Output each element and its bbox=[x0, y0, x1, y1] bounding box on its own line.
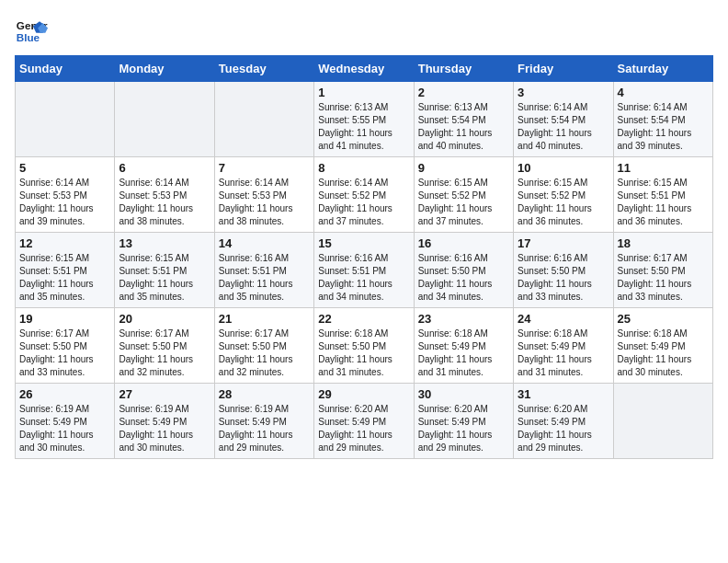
day-number: 10 bbox=[518, 161, 609, 175]
day-info: Sunrise: 6:16 AM Sunset: 5:50 PM Dayligh… bbox=[518, 252, 609, 304]
day-info: Sunrise: 6:20 AM Sunset: 5:49 PM Dayligh… bbox=[318, 403, 409, 454]
day-number: 1 bbox=[318, 86, 409, 99]
day-info: Sunrise: 6:15 AM Sunset: 5:51 PM Dayligh… bbox=[618, 177, 709, 228]
day-number: 11 bbox=[618, 161, 709, 175]
day-number: 18 bbox=[618, 236, 709, 250]
calendar-cell: 7Sunrise: 6:14 AM Sunset: 5:53 PM Daylig… bbox=[214, 157, 313, 233]
day-info: Sunrise: 6:14 AM Sunset: 5:53 PM Dayligh… bbox=[219, 177, 310, 228]
day-info: Sunrise: 6:14 AM Sunset: 5:52 PM Dayligh… bbox=[318, 177, 409, 228]
calendar-cell: 2Sunrise: 6:13 AM Sunset: 5:54 PM Daylig… bbox=[414, 82, 513, 157]
calendar-cell: 29Sunrise: 6:20 AM Sunset: 5:49 PM Dayli… bbox=[314, 384, 414, 459]
day-info: Sunrise: 6:15 AM Sunset: 5:52 PM Dayligh… bbox=[518, 177, 609, 228]
day-info: Sunrise: 6:20 AM Sunset: 5:49 PM Dayligh… bbox=[518, 403, 609, 454]
calendar-cell: 26Sunrise: 6:19 AM Sunset: 5:49 PM Dayli… bbox=[16, 384, 115, 459]
day-number: 26 bbox=[19, 387, 110, 401]
calendar-cell: 25Sunrise: 6:18 AM Sunset: 5:49 PM Dayli… bbox=[613, 308, 712, 384]
calendar-cell bbox=[16, 82, 115, 157]
calendar-week-row: 19Sunrise: 6:17 AM Sunset: 5:50 PM Dayli… bbox=[16, 308, 713, 384]
day-info: Sunrise: 6:14 AM Sunset: 5:54 PM Dayligh… bbox=[518, 101, 609, 153]
day-number: 22 bbox=[318, 312, 409, 326]
calendar-cell: 16Sunrise: 6:16 AM Sunset: 5:50 PM Dayli… bbox=[414, 233, 513, 308]
logo: General Blue bbox=[15, 15, 48, 48]
day-number: 31 bbox=[518, 387, 609, 401]
day-number: 2 bbox=[418, 86, 509, 99]
calendar-cell bbox=[613, 384, 712, 459]
weekday-header: Wednesday bbox=[314, 56, 414, 82]
calendar-cell: 1Sunrise: 6:13 AM Sunset: 5:55 PM Daylig… bbox=[314, 82, 414, 157]
day-number: 15 bbox=[318, 236, 409, 250]
calendar-cell: 30Sunrise: 6:20 AM Sunset: 5:49 PM Dayli… bbox=[414, 384, 513, 459]
day-number: 27 bbox=[119, 387, 210, 401]
calendar-cell: 21Sunrise: 6:17 AM Sunset: 5:50 PM Dayli… bbox=[214, 308, 313, 384]
calendar-cell: 27Sunrise: 6:19 AM Sunset: 5:49 PM Dayli… bbox=[115, 384, 214, 459]
day-info: Sunrise: 6:18 AM Sunset: 5:50 PM Dayligh… bbox=[318, 327, 409, 379]
day-number: 25 bbox=[618, 312, 709, 326]
weekday-header: Monday bbox=[115, 56, 214, 82]
day-info: Sunrise: 6:15 AM Sunset: 5:51 PM Dayligh… bbox=[19, 252, 110, 304]
calendar-cell: 18Sunrise: 6:17 AM Sunset: 5:50 PM Dayli… bbox=[613, 233, 712, 308]
day-info: Sunrise: 6:14 AM Sunset: 5:54 PM Dayligh… bbox=[618, 101, 709, 153]
day-number: 12 bbox=[19, 236, 110, 250]
day-number: 13 bbox=[119, 236, 210, 250]
day-number: 24 bbox=[518, 312, 609, 326]
calendar-header: SundayMondayTuesdayWednesdayThursdayFrid… bbox=[16, 56, 713, 82]
day-number: 23 bbox=[418, 312, 509, 326]
day-info: Sunrise: 6:15 AM Sunset: 5:51 PM Dayligh… bbox=[119, 252, 210, 304]
calendar-cell: 4Sunrise: 6:14 AM Sunset: 5:54 PM Daylig… bbox=[613, 82, 712, 157]
calendar-cell bbox=[214, 82, 313, 157]
day-number: 14 bbox=[219, 236, 310, 250]
day-number: 20 bbox=[119, 312, 210, 326]
day-info: Sunrise: 6:19 AM Sunset: 5:49 PM Dayligh… bbox=[119, 403, 210, 454]
day-info: Sunrise: 6:15 AM Sunset: 5:52 PM Dayligh… bbox=[418, 177, 509, 228]
day-info: Sunrise: 6:16 AM Sunset: 5:51 PM Dayligh… bbox=[219, 252, 310, 304]
day-info: Sunrise: 6:18 AM Sunset: 5:49 PM Dayligh… bbox=[518, 327, 609, 379]
day-number: 3 bbox=[518, 86, 609, 99]
calendar-cell: 22Sunrise: 6:18 AM Sunset: 5:50 PM Dayli… bbox=[314, 308, 414, 384]
calendar-cell: 11Sunrise: 6:15 AM Sunset: 5:51 PM Dayli… bbox=[613, 157, 712, 233]
calendar-cell: 14Sunrise: 6:16 AM Sunset: 5:51 PM Dayli… bbox=[214, 233, 313, 308]
calendar-table: SundayMondayTuesdayWednesdayThursdayFrid… bbox=[15, 55, 713, 459]
day-info: Sunrise: 6:13 AM Sunset: 5:55 PM Dayligh… bbox=[318, 101, 409, 153]
day-number: 5 bbox=[19, 161, 110, 175]
day-number: 19 bbox=[19, 312, 110, 326]
day-info: Sunrise: 6:17 AM Sunset: 5:50 PM Dayligh… bbox=[618, 252, 709, 304]
calendar-cell: 13Sunrise: 6:15 AM Sunset: 5:51 PM Dayli… bbox=[115, 233, 214, 308]
day-info: Sunrise: 6:16 AM Sunset: 5:51 PM Dayligh… bbox=[318, 252, 409, 304]
day-info: Sunrise: 6:17 AM Sunset: 5:50 PM Dayligh… bbox=[19, 327, 110, 379]
calendar-cell: 5Sunrise: 6:14 AM Sunset: 5:53 PM Daylig… bbox=[16, 157, 115, 233]
logo-icon: General Blue bbox=[15, 15, 48, 48]
weekday-header: Saturday bbox=[613, 56, 712, 82]
calendar-cell: 6Sunrise: 6:14 AM Sunset: 5:53 PM Daylig… bbox=[115, 157, 214, 233]
day-info: Sunrise: 6:14 AM Sunset: 5:53 PM Dayligh… bbox=[119, 177, 210, 228]
calendar-cell: 19Sunrise: 6:17 AM Sunset: 5:50 PM Dayli… bbox=[16, 308, 115, 384]
calendar-week-row: 5Sunrise: 6:14 AM Sunset: 5:53 PM Daylig… bbox=[16, 157, 713, 233]
calendar-week-row: 12Sunrise: 6:15 AM Sunset: 5:51 PM Dayli… bbox=[16, 233, 713, 308]
calendar-cell: 12Sunrise: 6:15 AM Sunset: 5:51 PM Dayli… bbox=[16, 233, 115, 308]
day-info: Sunrise: 6:18 AM Sunset: 5:49 PM Dayligh… bbox=[618, 327, 709, 379]
day-number: 8 bbox=[318, 161, 409, 175]
day-info: Sunrise: 6:18 AM Sunset: 5:49 PM Dayligh… bbox=[418, 327, 509, 379]
day-number: 29 bbox=[318, 387, 409, 401]
calendar-cell: 20Sunrise: 6:17 AM Sunset: 5:50 PM Dayli… bbox=[115, 308, 214, 384]
day-info: Sunrise: 6:17 AM Sunset: 5:50 PM Dayligh… bbox=[219, 327, 310, 379]
day-number: 7 bbox=[219, 161, 310, 175]
calendar-cell: 24Sunrise: 6:18 AM Sunset: 5:49 PM Dayli… bbox=[514, 308, 613, 384]
day-number: 9 bbox=[418, 161, 509, 175]
day-info: Sunrise: 6:16 AM Sunset: 5:50 PM Dayligh… bbox=[418, 252, 509, 304]
weekday-header: Sunday bbox=[16, 56, 115, 82]
weekday-header: Tuesday bbox=[214, 56, 313, 82]
day-number: 28 bbox=[219, 387, 310, 401]
day-number: 21 bbox=[219, 312, 310, 326]
calendar-cell bbox=[115, 82, 214, 157]
day-info: Sunrise: 6:19 AM Sunset: 5:49 PM Dayligh… bbox=[219, 403, 310, 454]
day-info: Sunrise: 6:20 AM Sunset: 5:49 PM Dayligh… bbox=[418, 403, 509, 454]
calendar-cell: 23Sunrise: 6:18 AM Sunset: 5:49 PM Dayli… bbox=[414, 308, 513, 384]
day-info: Sunrise: 6:14 AM Sunset: 5:53 PM Dayligh… bbox=[19, 177, 110, 228]
day-number: 30 bbox=[418, 387, 509, 401]
calendar-cell: 3Sunrise: 6:14 AM Sunset: 5:54 PM Daylig… bbox=[514, 82, 613, 157]
calendar-cell: 9Sunrise: 6:15 AM Sunset: 5:52 PM Daylig… bbox=[414, 157, 513, 233]
calendar-cell: 15Sunrise: 6:16 AM Sunset: 5:51 PM Dayli… bbox=[314, 233, 414, 308]
calendar-week-row: 26Sunrise: 6:19 AM Sunset: 5:49 PM Dayli… bbox=[16, 384, 713, 459]
day-info: Sunrise: 6:17 AM Sunset: 5:50 PM Dayligh… bbox=[119, 327, 210, 379]
day-number: 6 bbox=[119, 161, 210, 175]
